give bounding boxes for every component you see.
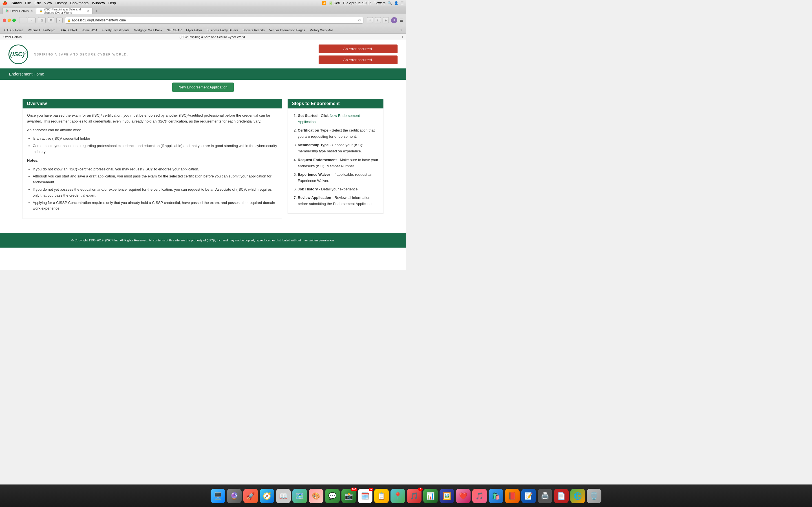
- back-button[interactable]: ‹: [19, 17, 27, 23]
- notes-label: Notes:: [27, 158, 277, 164]
- overview-body: Once you have passed the exam for an (IS…: [22, 108, 282, 219]
- menubar-file[interactable]: File: [25, 1, 31, 5]
- new-tab-icon-button[interactable]: ⊕: [383, 17, 389, 23]
- tab-close-icon[interactable]: ✕: [31, 10, 33, 12]
- overview-para-1: Once you have passed the exam for an (IS…: [27, 113, 277, 124]
- dropdown-isc2-label: (ISC)² Inspiring a Safe and Secure Cyber…: [180, 35, 245, 39]
- dock-spacer: [0, 247, 406, 270]
- step-5: Experience Waiver - If applicable, reque…: [298, 172, 379, 184]
- notes-bullets: If you do not know an (ISC)²-certified p…: [33, 166, 277, 212]
- note-1: If you do not know an (ISC)²-certified p…: [33, 166, 277, 172]
- bookmark-fidelity[interactable]: Fidelity Investments: [100, 28, 131, 33]
- menubar-edit[interactable]: Edit: [35, 1, 41, 5]
- step-2: Certification Type - Select the certific…: [298, 127, 379, 140]
- overview-bullet-2: Can attest to your assertions regarding …: [33, 143, 277, 155]
- close-window-button[interactable]: [3, 18, 6, 22]
- battery-icon: 🔋 94%: [328, 1, 340, 5]
- traffic-lights: [3, 18, 16, 22]
- bookmark-home-hoa[interactable]: Home HOA: [80, 28, 99, 33]
- share-button[interactable]: ⬆: [375, 17, 381, 23]
- minimize-window-button[interactable]: [8, 18, 11, 22]
- logo-text: (ISC)2: [10, 51, 27, 58]
- overview-para-2: An endorser can be anyone who:: [27, 127, 277, 133]
- button-area: New Endorsement Application: [0, 80, 406, 93]
- page-content: (ISC)2 Inspiring a Safe and Secure Cyber…: [0, 40, 406, 270]
- bookmark-webmail[interactable]: Webmail :: FnDepth: [26, 28, 57, 33]
- bookmark-vendor[interactable]: Vendor Information Pages: [267, 28, 307, 33]
- steps-header: Steps to Endorsement: [288, 99, 384, 108]
- tab-bar: 🛍️ Order Details ✕ 🔒 (ISC)² Inspiring a …: [0, 6, 406, 14]
- steps-body: Get Started - Click New Endorsement Appl…: [288, 108, 384, 214]
- sidebar-button[interactable]: ⊡: [38, 17, 46, 23]
- bookmark-military[interactable]: Military Web Mail: [308, 28, 335, 33]
- forward-button[interactable]: ›: [28, 17, 36, 23]
- overview-bullets: Is an active (ISC)² credential holder Ca…: [33, 136, 277, 155]
- browser-toolbar: ‹ › ⊡ ⊞ ≡ 🔒 apps.isc2.org/Endorsement/#/…: [0, 14, 406, 26]
- tab-label-2: (ISC)² Inspiring a Safe and Secure Cyber…: [44, 8, 86, 14]
- bookmark-secrets[interactable]: Secrets Resorts: [241, 28, 267, 33]
- nav-endorsement-home[interactable]: Endorsement Home: [6, 68, 48, 80]
- hamburger-icon[interactable]: ☰: [401, 1, 404, 5]
- step-7: Review Application - Review all informat…: [298, 194, 379, 207]
- bookmarks-more-button[interactable]: »: [399, 27, 404, 33]
- site-logo: (ISC)2 Inspiring a Safe and Secure Cyber…: [8, 45, 128, 64]
- logo-tagline: Inspiring a Safe and Secure Cyber World.: [33, 53, 128, 56]
- overview-header: Overview: [22, 99, 282, 108]
- tab-favicon-2: 🔒: [39, 9, 43, 12]
- bookmark-sba[interactable]: SBA SubNet: [58, 28, 79, 33]
- dropdown-bar: Order Details (ISC)² Inspiring a Safe an…: [0, 34, 406, 40]
- browser-actions: ⬇ ⬆ ⊕: [367, 17, 389, 23]
- url-bar[interactable]: 🔒 apps.isc2.org/Endorsement/#/Home ↺: [65, 17, 363, 24]
- download-button[interactable]: ⬇: [367, 17, 373, 23]
- bookmark-business[interactable]: Business Entity Details: [205, 28, 240, 33]
- bookmark-mortgage[interactable]: Mortgage M&T Bank: [132, 28, 164, 33]
- bookmark-calc-home[interactable]: CALC / Home: [2, 28, 26, 33]
- username: Flowers: [373, 1, 386, 5]
- step-6: Job History - Detail your experience.: [298, 186, 379, 192]
- menubar-view[interactable]: View: [44, 1, 52, 5]
- site-footer: © Copyright 1996-2019, (ISC)² Inc. All R…: [0, 233, 406, 247]
- tab-close-icon-2[interactable]: ✕: [87, 10, 89, 12]
- tab-label: Order Details: [10, 9, 29, 13]
- step-4: Request Endorsement - Make sure to have …: [298, 157, 379, 169]
- apple-menu[interactable]: 🍎: [2, 1, 7, 5]
- lock-icon: 🔒: [67, 19, 71, 22]
- note-2: Although you can start and save a draft …: [33, 173, 277, 185]
- steps-list: Get Started - Click New Endorsement Appl…: [298, 113, 379, 207]
- clock: Tue Apr 9 21:19:05: [343, 1, 371, 5]
- menubar: 🍎 Safari File Edit View History Bookmark…: [0, 0, 406, 6]
- profile-avatar[interactable]: F: [391, 17, 397, 23]
- overview-panel: Overview Once you have passed the exam f…: [22, 99, 282, 219]
- nav-buttons: ‹ ›: [19, 17, 36, 23]
- new-tab-button[interactable]: +: [94, 8, 99, 14]
- browser-chrome: 🛍️ Order Details ✕ 🔒 (ISC)² Inspiring a …: [0, 6, 406, 40]
- menubar-safari[interactable]: Safari: [11, 1, 22, 5]
- maximize-window-button[interactable]: [12, 18, 16, 22]
- menu-icon[interactable]: ☰: [400, 18, 403, 22]
- menubar-window[interactable]: Window: [92, 1, 105, 5]
- menubar-help[interactable]: Help: [108, 1, 116, 5]
- bookmark-netgear[interactable]: NETGEAR: [165, 28, 184, 33]
- wifi-icon: 📶: [322, 1, 326, 5]
- menubar-history[interactable]: History: [55, 1, 66, 5]
- profile-icon[interactable]: 👤: [394, 1, 398, 5]
- tab-isc2[interactable]: 🔒 (ISC)² Inspiring a Safe and Secure Cyb…: [36, 8, 93, 14]
- site-header: (ISC)2 Inspiring a Safe and Secure Cyber…: [0, 40, 406, 68]
- url-text: apps.isc2.org/Endorsement/#/Home: [72, 18, 126, 22]
- menubar-bookmarks[interactable]: Bookmarks: [70, 1, 89, 5]
- reload-button[interactable]: ↺: [358, 18, 361, 22]
- tab-favicon: 🛍️: [5, 9, 9, 12]
- new-tab-plus[interactable]: +: [399, 35, 406, 39]
- tab-order-details[interactable]: 🛍️ Order Details ✕: [2, 8, 36, 14]
- dropdown-order-details[interactable]: Order Details: [0, 34, 26, 40]
- tab-overview-button[interactable]: ⊞: [48, 17, 54, 23]
- note-4: Applying for a CISSP Concentration requi…: [33, 200, 277, 212]
- bookmark-flyer[interactable]: Flyer Editor: [184, 28, 204, 33]
- main-content-area: Overview Once you have passed the exam f…: [0, 93, 406, 224]
- reader-button[interactable]: ≡: [56, 17, 63, 23]
- search-icon[interactable]: 🔍: [388, 1, 392, 5]
- overview-bullet-1: Is an active (ISC)² credential holder: [33, 136, 277, 142]
- error-notifications: An error occurred. An error occurred.: [319, 45, 398, 64]
- error-box-2: An error occurred.: [319, 55, 398, 64]
- new-endorsement-button[interactable]: New Endorsement Application: [172, 82, 234, 92]
